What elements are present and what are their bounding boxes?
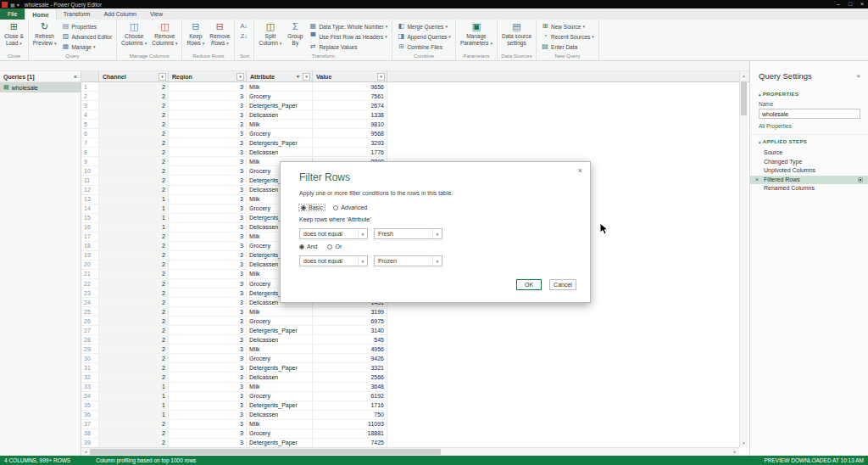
cell[interactable]: 7425 [313,439,387,447]
cell[interactable]: 2 [99,354,169,362]
column-header-value[interactable]: Value▾ [313,71,387,81]
cell[interactable]: 3 [169,242,247,250]
or-radio[interactable]: Or [327,244,342,249]
cell[interactable]: Delicassen [247,411,313,419]
cell[interactable]: 750 [313,411,387,419]
close-button[interactable]: × [856,0,868,8]
maximize-button[interactable]: □ [844,0,856,8]
cell[interactable]: 2 [99,176,169,184]
cell[interactable]: 2 [99,279,169,288]
row-number[interactable]: 3 [81,101,99,109]
chevron-down-icon[interactable]: ▾ [358,256,367,266]
row-number[interactable]: 29 [81,345,99,353]
cell[interactable]: 3 [169,195,247,204]
cell[interactable]: 6192 [313,392,387,401]
cell[interactable]: Delicassen [247,110,313,119]
close-panel-icon[interactable]: × [856,72,860,80]
cell[interactable]: 3 [169,439,247,447]
properties-section-header[interactable]: PROPERTIES [750,87,868,99]
row-number[interactable]: 14 [81,204,99,213]
cell[interactable]: 2674 [313,101,387,109]
cell[interactable]: Milk [247,307,313,316]
query-name-input[interactable] [759,109,860,119]
scroll-down-icon[interactable]: ▾ [740,439,748,447]
cell[interactable]: 3 [169,129,247,137]
cell[interactable]: 3 [169,176,247,184]
row-number[interactable]: 28 [81,335,99,344]
cell[interactable]: 3 [169,345,247,353]
cell[interactable]: Milk [247,420,313,429]
caret-down-icon[interactable]: ▾ [17,2,19,8]
data-source-settings-button[interactable]: ▤Data sourcesettings [499,20,534,53]
cell[interactable]: 2 [99,298,169,306]
cell[interactable]: 2 [99,148,169,156]
row-number[interactable]: 2 [81,92,99,100]
cell[interactable]: Milk [247,120,313,128]
cell[interactable]: 3 [169,204,247,213]
cell[interactable]: 2 [99,345,169,353]
cell[interactable]: 3 [169,101,247,109]
cell[interactable]: 2 [99,373,169,381]
cell[interactable]: 2 [99,363,169,372]
cell[interactable]: Detergents_Paper [247,401,313,410]
basic-radio[interactable]: Basic [299,204,325,210]
enter-data-button[interactable]: ▤Enter Data [538,42,597,52]
combine-files-button[interactable]: ⊞Combine Files [394,42,453,52]
cell[interactable]: 1 [99,223,169,232]
cell[interactable]: 2 [99,439,169,447]
grid-icon[interactable]: ▦ [10,2,15,8]
row-number[interactable]: 12 [81,186,99,194]
cell[interactable]: 2 [99,270,169,278]
cell[interactable]: Milk [247,82,313,91]
cell[interactable]: 3 [169,317,247,325]
cell[interactable]: 1338 [313,110,387,119]
cell[interactable]: 3 [169,326,247,334]
row-number[interactable]: 16 [81,223,99,232]
column-filter-dropdown-icon[interactable]: ▾ [303,73,310,81]
replace-values-button[interactable]: ⇄Replace Values [306,42,390,52]
cell[interactable]: 2 [99,92,169,100]
vertical-scroll-thumb[interactable] [741,81,747,115]
cell[interactable]: 11093 [313,420,387,429]
cell[interactable]: Detergents_Paper [247,439,313,447]
chevron-down-icon[interactable]: ▾ [432,256,442,266]
cell[interactable]: Detergents_Paper [247,363,313,372]
row-number[interactable]: 13 [81,195,99,204]
cell[interactable]: 2 [99,242,169,250]
row-number[interactable]: 17 [81,232,99,241]
row-number[interactable]: 15 [81,214,99,222]
chevron-down-icon[interactable]: ▾ [432,229,442,238]
column-filter-dropdown-icon[interactable]: ▾ [236,73,244,81]
cell[interactable]: 9656 [313,82,387,91]
applied-step-renamed-columns[interactable]: Renamed Columns [750,184,868,193]
status-profiling[interactable]: Column profiling based on top 1000 rows [96,457,196,463]
cell[interactable]: 2566 [313,373,387,381]
scroll-right-icon[interactable]: ▸ [731,448,739,456]
and-radio[interactable]: And [299,244,317,249]
cell[interactable]: 3321 [313,363,387,372]
cell[interactable]: Grocery [247,92,313,100]
cell[interactable]: 3648 [313,383,387,391]
cell[interactable]: 3 [169,148,247,156]
tab-view[interactable]: View [143,8,170,20]
applied-step-filtered-rows[interactable]: ×Filtered Rows [750,176,868,185]
cell[interactable]: 1 [99,214,169,222]
applied-step-source[interactable]: Source [750,148,868,158]
cell[interactable]: Detergents_Paper [247,101,313,109]
cell[interactable]: 6975 [313,317,387,325]
cell[interactable]: 1 [99,195,169,204]
file-tab[interactable]: File [0,8,25,20]
cell[interactable]: 2 [99,157,169,165]
tab-add-column[interactable]: Add Column [97,8,143,20]
cell[interactable]: 3 [169,251,247,260]
cell[interactable]: 1 [99,383,169,391]
row-number[interactable]: 18 [81,242,99,250]
split-column-button[interactable]: ◫SplitColumn▾ [256,20,284,53]
cell[interactable]: 2 [99,110,169,119]
cell[interactable]: 3 [169,138,247,147]
cell[interactable]: 2 [99,335,169,344]
cell[interactable]: 3 [169,214,247,222]
manage-button[interactable]: ▦Manage▾ [58,42,114,52]
row-number[interactable]: 34 [81,392,99,401]
cell[interactable]: Delicassen [247,373,313,381]
